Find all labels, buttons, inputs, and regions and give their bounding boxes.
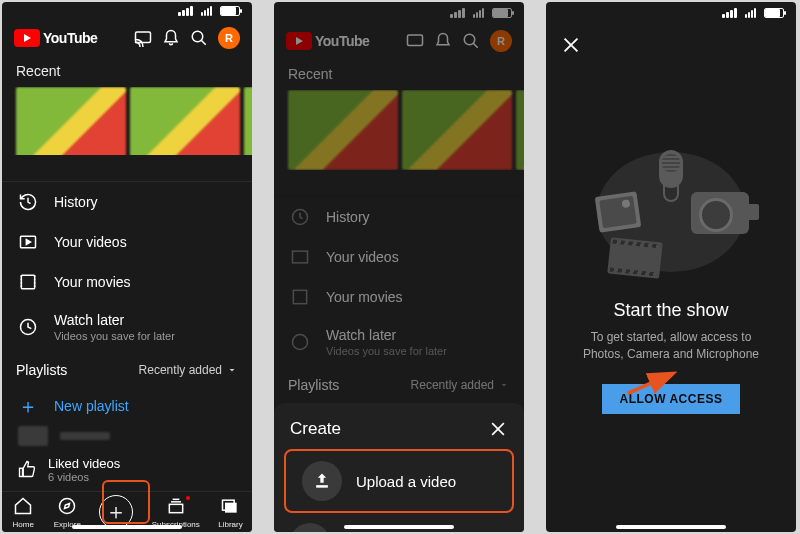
cast-icon — [406, 32, 424, 50]
svg-rect-17 — [408, 35, 423, 46]
avatar: R — [490, 30, 512, 52]
compass-icon — [55, 494, 79, 518]
plus-circle-icon: ＋ — [99, 495, 133, 529]
thumbs-up-icon — [18, 460, 36, 478]
svg-rect-22 — [293, 290, 306, 303]
go-live-button[interactable]: Go live — [274, 513, 524, 532]
playlist-item[interactable] — [18, 424, 236, 448]
recent-label: Recent — [2, 55, 252, 87]
upload-video-button[interactable]: Upload a video — [286, 451, 512, 511]
new-playlist-button[interactable]: ＋ New playlist — [2, 388, 252, 424]
permission-title: Start the show — [613, 300, 728, 321]
nav-home[interactable]: Home — [11, 494, 35, 529]
your-movies-row[interactable]: Your movies — [2, 262, 252, 302]
svg-marker-4 — [26, 240, 30, 245]
svg-rect-0 — [136, 32, 151, 43]
subscriptions-icon — [164, 494, 188, 518]
watch-later-sub: Videos you save for later — [54, 330, 175, 342]
tutorial-highlight: Upload a video — [284, 449, 514, 513]
svg-point-18 — [464, 34, 475, 45]
history-label: History — [54, 194, 98, 210]
youtube-logo: YouTube — [286, 32, 369, 50]
wifi-signal-icon — [201, 6, 212, 16]
svg-rect-26 — [316, 485, 328, 488]
home-indicator — [72, 525, 182, 529]
your-videos-icon — [18, 232, 38, 252]
nav-create[interactable]: ＋ — [99, 495, 133, 529]
search-icon — [462, 32, 480, 50]
home-indicator — [616, 525, 726, 529]
svg-point-1 — [192, 31, 203, 42]
notifications-icon — [434, 32, 452, 50]
search-icon[interactable] — [190, 29, 208, 47]
film-icon — [607, 237, 662, 278]
app-header: YouTube R — [274, 24, 524, 58]
history-icon — [18, 192, 38, 212]
playlist-sort-button[interactable]: Recently added — [139, 363, 238, 377]
liked-videos-row[interactable]: Liked videos 6 videos — [2, 448, 252, 491]
liked-videos-label: Liked videos — [48, 456, 120, 471]
youtube-logo[interactable]: YouTube — [14, 29, 97, 47]
video-thumbnail[interactable] — [244, 87, 252, 155]
permission-illustration — [591, 142, 751, 282]
create-title: Create — [290, 419, 341, 439]
your-videos-row[interactable]: Your videos — [2, 222, 252, 262]
home-indicator — [344, 525, 454, 529]
create-bottom-sheet: Create Upload a video Go live — [274, 403, 524, 532]
svg-line-19 — [473, 43, 478, 48]
new-playlist-label: New playlist — [54, 398, 129, 414]
watch-later-icon — [18, 317, 38, 337]
your-movies-label: Your movies — [54, 274, 131, 290]
camera-icon — [691, 192, 749, 234]
svg-line-2 — [201, 40, 206, 45]
notification-dot-icon — [186, 496, 190, 500]
avatar[interactable]: R — [218, 27, 240, 49]
upload-label: Upload a video — [356, 473, 456, 490]
app-header: YouTube R — [2, 21, 252, 55]
watch-later-row[interactable]: Watch later Videos you save for later — [2, 302, 252, 352]
liked-count: 6 videos — [48, 471, 120, 483]
svg-line-31 — [628, 375, 671, 394]
svg-rect-12 — [169, 505, 182, 513]
watch-later-label: Watch later — [54, 312, 124, 328]
close-icon[interactable] — [560, 34, 582, 56]
phone-library-screen: YouTube R Recent History Your videos You… — [2, 2, 252, 532]
microphone-icon — [654, 150, 688, 204]
status-bar — [2, 2, 252, 21]
upload-icon — [302, 461, 342, 501]
chevron-down-icon — [226, 364, 238, 376]
cast-icon[interactable] — [134, 29, 152, 47]
permission-description: To get started, allow access to Photos, … — [570, 329, 772, 363]
nav-library[interactable]: Library — [218, 494, 242, 529]
svg-point-10 — [60, 499, 75, 514]
plus-icon: ＋ — [18, 396, 38, 416]
battery-icon — [220, 6, 240, 16]
sort-label: Recently added — [139, 363, 222, 377]
cellular-signal-icon — [178, 6, 193, 16]
svg-point-23 — [293, 335, 308, 350]
notifications-icon[interactable] — [162, 29, 180, 47]
tutorial-arrow-icon — [624, 368, 680, 398]
status-bar — [274, 2, 524, 24]
phone-create-sheet-screen: YouTube R Recent History Your videos You… — [274, 2, 524, 532]
svg-marker-11 — [65, 504, 70, 509]
svg-rect-5 — [21, 275, 34, 288]
your-movies-icon — [18, 272, 38, 292]
youtube-play-icon — [14, 29, 40, 47]
photo-icon — [595, 191, 642, 232]
recent-thumbnails[interactable] — [2, 87, 252, 155]
svg-rect-15 — [225, 503, 237, 513]
live-icon — [290, 523, 330, 532]
library-icon — [218, 494, 242, 518]
close-icon[interactable] — [488, 419, 508, 439]
history-row[interactable]: History — [2, 182, 252, 222]
your-videos-label: Your videos — [54, 234, 127, 250]
home-icon — [11, 494, 35, 518]
phone-permission-screen: Start the show To get started, allow acc… — [546, 2, 796, 532]
playlists-label: Playlists — [16, 362, 67, 378]
video-thumbnail[interactable] — [130, 87, 240, 155]
svg-rect-21 — [293, 251, 308, 263]
youtube-brand-text: YouTube — [43, 30, 97, 46]
video-thumbnail[interactable] — [16, 87, 126, 155]
svg-rect-9 — [20, 469, 23, 477]
